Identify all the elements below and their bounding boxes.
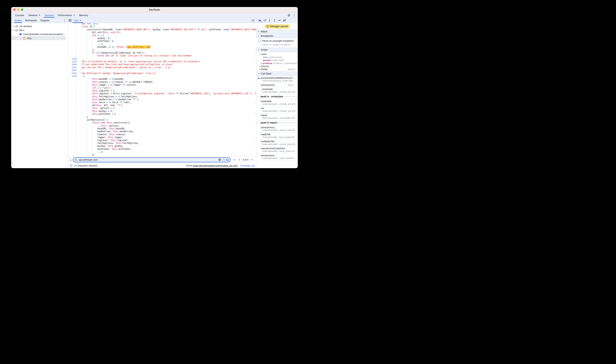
line-number-gutter[interactable]: - xyxy=(68,89,77,92)
scope-row-this[interactable]: this: undefined xyxy=(257,56,298,59)
scope-row-Closure[interactable]: ▶Closure xyxy=(257,65,298,68)
chevron-down-icon[interactable]: ▼ xyxy=(13,29,15,31)
line-number-gutter[interactable]: - xyxy=(68,92,77,95)
call-stack-frame[interactable]: executeUserEntryPointnode:internal/m…s/r… xyxy=(257,146,298,153)
section-breakpoints[interactable]: ▼ Breakpoints xyxy=(257,34,298,38)
step-into-button[interactable] xyxy=(267,18,272,23)
line-number-gutter[interactable]: 1340 xyxy=(68,63,77,66)
navigator-kebab-icon[interactable]: ⋮ xyxy=(63,18,68,23)
line-number-gutter[interactable]: - xyxy=(68,78,77,80)
line-number-gutter[interactable]: - xyxy=(68,148,77,151)
line-number-gutter[interactable]: - xyxy=(68,127,77,130)
tab-sources[interactable]: Sources xyxy=(42,13,56,18)
regex-toggle[interactable]: (.*) xyxy=(222,159,225,161)
breakpoint-option[interactable]: Pause on uncaught exceptions xyxy=(257,39,298,43)
call-stack-frame[interactable]: runMainESMnode:internal/m…es/run_main:98 xyxy=(257,139,298,146)
tab-network[interactable]: Network xyxy=(26,13,43,18)
close-search-icon[interactable]: ✕ xyxy=(250,158,254,161)
call-stack-frame[interactable]: loadESMnode:internal/p…/esm_loader:34 xyxy=(257,132,298,139)
resume-script-button[interactable] xyxy=(258,18,262,23)
line-number-gutter[interactable]: - xyxy=(68,52,77,54)
next-match-button[interactable] xyxy=(237,158,241,162)
section-call-stack[interactable]: ▼ Call Stack xyxy=(257,71,298,76)
chevron-right-icon[interactable]: ▶ xyxy=(258,69,261,70)
step-out-button[interactable] xyxy=(272,18,276,23)
scope-row-Global[interactable]: ▶Globalglobal xyxy=(257,68,298,71)
tab-memory[interactable]: Memory xyxy=(77,13,90,18)
collapse-navigator-icon[interactable] xyxy=(68,18,72,23)
from-link[interactable]: node:internal/modules/esm/module_job:130 xyxy=(193,164,237,167)
search-input[interactable] xyxy=(79,158,217,161)
previous-match-button[interactable] xyxy=(233,158,237,162)
line-number-gutter[interactable]: - xyxy=(68,151,77,153)
line-number-gutter[interactable]: - xyxy=(68,118,77,121)
line-number-gutter[interactable]: - xyxy=(68,31,77,34)
tab-console[interactable]: Console xyxy=(13,13,26,18)
call-stack-frame[interactable]: importnode:internal/m…esm/loader:329 xyxy=(257,113,298,120)
line-number-gutter[interactable]: - xyxy=(68,139,77,142)
line-number-gutter[interactable]: - xyxy=(68,145,77,147)
breakpoint-option[interactable]: Pause on caught exceptions xyxy=(257,43,298,47)
line-number-gutter[interactable]: - xyxy=(68,130,77,133)
line-number-gutter[interactable]: - xyxy=(68,46,77,49)
section-scope[interactable]: ▼ Scope xyxy=(257,48,298,52)
line-number-gutter[interactable]: - xyxy=(68,107,77,110)
match-case-toggle[interactable]: Aa xyxy=(226,159,229,161)
line-number-gutter[interactable]: - xyxy=(68,54,77,57)
tree-item-file-[interactable]: ▼file:// xyxy=(11,28,68,32)
section-watch[interactable]: ▶ Watch xyxy=(257,29,298,34)
call-stack-frame[interactable]: (anonymous)node:internal/m…es/run_main:9… xyxy=(257,125,298,132)
call-stack-frame[interactable]: _instantiatenode:internal/m…module_job:1… xyxy=(257,87,298,94)
line-number-gutter[interactable]: - xyxy=(68,28,77,31)
line-number-gutter[interactable]: - xyxy=(68,121,77,124)
editor-tab-cli-js[interactable]: cli.js ✕ xyxy=(72,18,84,23)
line-number-gutter[interactable]: - xyxy=(68,142,77,145)
line-number-gutter[interactable]: 1339 xyxy=(68,60,77,63)
step-button[interactable] xyxy=(277,18,281,23)
line-number-gutter[interactable]: 1343 xyxy=(68,72,77,75)
line-number-gutter[interactable]: - xyxy=(68,43,77,46)
call-stack-frame[interactable]: (anonymous)cli.js:1 xyxy=(257,83,298,87)
clear-search-icon[interactable] xyxy=(218,158,221,161)
line-number-gutter[interactable]: - xyxy=(68,116,77,118)
chevron-down-icon[interactable]: ▼ xyxy=(258,54,261,55)
line-number-gutter[interactable]: - xyxy=(68,23,77,25)
tree-item-users-jinhuilee-nvm-versions-node-v2-[interactable]: ▼Users/jinhuilee/.nvm/versions/node/v2… xyxy=(11,32,68,36)
line-number-gutter[interactable]: 1341 xyxy=(68,66,77,69)
chevron-right-icon[interactable]: ▶ xyxy=(258,65,261,67)
chevron-down-icon[interactable]: ▼ xyxy=(16,34,19,35)
line-number-gutter[interactable]: - xyxy=(68,154,77,156)
line-number-gutter[interactable]: - xyxy=(68,104,77,107)
call-stack-frame[interactable]: promiseInitHookWithDestroyTr…node:intern… xyxy=(257,76,298,83)
call-stack-frame[interactable]: instantiatenode:internal/m…module_job:10… xyxy=(257,99,298,106)
deactivate-breakpoints-button[interactable] xyxy=(282,18,287,23)
line-number-gutter[interactable]: - xyxy=(68,98,77,101)
code-area[interactable]: -var Xs0, $F1;-class $8 {- constructor({… xyxy=(68,23,256,156)
gear-icon[interactable] xyxy=(287,13,291,17)
call-stack-frame[interactable]: runnode:internal/m…module_job:214 xyxy=(257,106,298,113)
line-number-gutter[interactable]: - xyxy=(68,110,77,113)
toggle-debugger-panel-icon[interactable] xyxy=(251,18,255,23)
navigator-tab-snippets[interactable]: Snippets xyxy=(39,18,51,23)
scope-row-parent[interactable]: parent: undefined xyxy=(257,59,298,62)
scope-row-Local[interactable]: ▼Local xyxy=(257,53,298,56)
chevron-right-icon[interactable]: ▶ xyxy=(261,63,263,64)
line-number-gutter[interactable]: 1344 xyxy=(68,75,77,78)
checkbox[interactable] xyxy=(258,44,261,46)
tree-item-cli-js[interactable]: cli.js xyxy=(11,36,66,40)
line-number-gutter[interactable]: - xyxy=(68,25,77,28)
kebab-menu-icon[interactable]: ⋮ xyxy=(292,13,296,17)
checkbox[interactable] xyxy=(258,40,261,42)
line-number-gutter[interactable]: - xyxy=(68,84,77,86)
line-number-gutter[interactable]: - xyxy=(68,49,77,52)
line-number-gutter[interactable]: 1342 xyxy=(68,69,77,72)
line-number-gutter[interactable]: - xyxy=(68,101,77,104)
step-over-button[interactable] xyxy=(263,18,267,23)
line-number-gutter[interactable]: - xyxy=(68,95,77,98)
chevron-right-icon[interactable]: ▶ xyxy=(13,26,15,27)
line-number-gutter[interactable]: - xyxy=(68,136,77,139)
replace-toggle-icon[interactable]: A ↳B xyxy=(68,158,73,161)
line-number-gutter[interactable]: - xyxy=(68,37,77,40)
call-stack-frame[interactable]: (anonymous)node:internal/m…main_module:2 xyxy=(257,153,298,160)
navigator-tab-scripts[interactable]: Scripts xyxy=(13,18,23,23)
